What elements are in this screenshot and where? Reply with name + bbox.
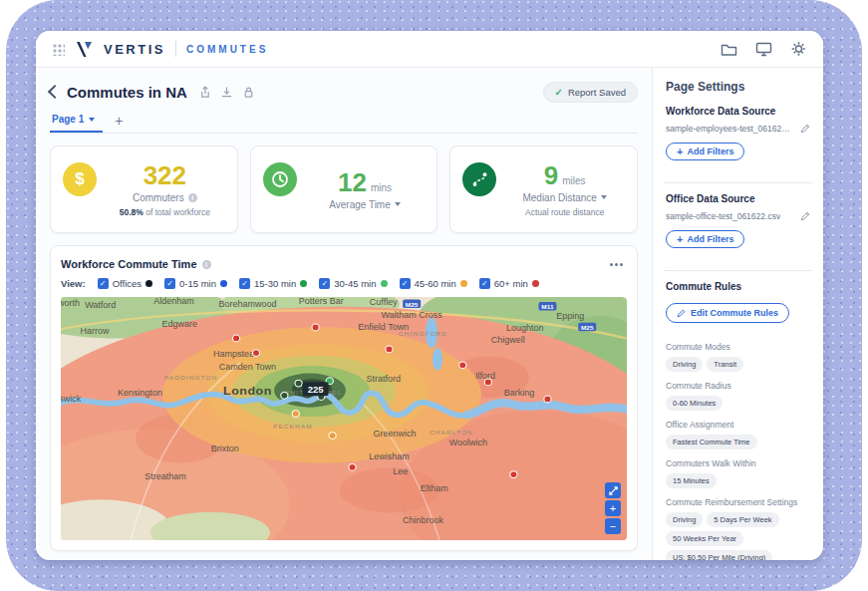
report-title: Commutes in NA: [67, 84, 187, 101]
map-marker-dot[interactable]: [292, 411, 299, 418]
rule-chip: Fastest Commute Time: [666, 435, 757, 449]
commute-heatmap[interactable]: sworthWatfordAldenhamBorehamwoodPotters …: [61, 297, 627, 540]
vertis-logo-icon: [75, 41, 94, 58]
map-marker-dot[interactable]: [386, 346, 393, 353]
edit-pencil-icon[interactable]: [800, 124, 810, 134]
map-marker-dot[interactable]: [232, 335, 239, 342]
tab-page-1[interactable]: Page 1: [50, 110, 103, 133]
map-fullscreen-button[interactable]: [605, 482, 621, 498]
app-launcher-icon[interactable]: [52, 43, 65, 56]
gear-icon[interactable]: [790, 41, 807, 57]
lock-icon[interactable]: [242, 86, 255, 99]
map-place-label: Stratford: [367, 375, 402, 385]
average-time-card: 12 mins Average Time: [250, 146, 438, 233]
map-marker-dot[interactable]: [510, 471, 517, 478]
map-place-label: Greenwich: [374, 430, 417, 440]
rule-chip: 5 Days Per Week: [707, 512, 778, 527]
map-marker-dot[interactable]: [459, 362, 466, 369]
legend-label: 60+ min: [494, 278, 528, 289]
report-saved-badge[interactable]: ✓ Report Saved: [543, 82, 638, 103]
map-place-label: Epping: [556, 311, 584, 321]
download-icon[interactable]: [220, 86, 233, 99]
checkbox-checked-icon[interactable]: ✓: [164, 278, 175, 289]
map-place-label: Barking: [504, 388, 535, 398]
page-tabs: Page 1 +: [50, 110, 638, 134]
map-place-label: Eltham: [421, 483, 448, 493]
map-marker-dot[interactable]: [295, 380, 302, 387]
average-time-dropdown[interactable]: Average Time: [329, 199, 401, 210]
rule-chips: 15 Minutes: [666, 473, 810, 488]
add-page-button[interactable]: +: [103, 114, 135, 133]
report-actions: [198, 86, 255, 99]
back-chevron-icon[interactable]: [48, 85, 62, 99]
rule-group-label: Office Assignment: [666, 420, 810, 430]
report-saved-label: Report Saved: [568, 87, 626, 98]
map-marker-dot[interactable]: [484, 379, 491, 386]
map-marker-dot[interactable]: [281, 392, 288, 399]
rule-group-label: Commute Radius: [666, 381, 810, 391]
chevron-down-icon: [601, 195, 607, 199]
report-header: Commutes in NA ✓ Report Saved: [50, 80, 638, 104]
folder-icon[interactable]: [721, 42, 737, 57]
map-marker-dot[interactable]: [349, 463, 356, 470]
info-icon[interactable]: i: [202, 260, 211, 269]
more-menu-icon[interactable]: [606, 259, 627, 270]
map-zoom-out-button[interactable]: −: [605, 518, 621, 534]
edit-commute-rules-button[interactable]: Edit Commute Rules: [666, 303, 789, 323]
average-time-value: 12: [338, 169, 367, 195]
legend-item-30-45-min[interactable]: ✓30-45 min: [319, 278, 387, 289]
median-distance-unit: miles: [562, 176, 585, 186]
commute-rules-groups: Commute ModesDrivingTransitCommute Radiu…: [666, 342, 810, 560]
workforce-file-row: sample-employees-test_061622.csv: [666, 124, 810, 134]
divider: [175, 41, 176, 57]
workforce-commute-time-card: Workforce Commute Time i View: ✓Offices✓…: [50, 245, 638, 551]
map-marker-dot[interactable]: [252, 350, 259, 357]
rule-chip: 15 Minutes: [666, 473, 717, 488]
edit-pencil-icon[interactable]: [800, 211, 810, 221]
map-place-label: hiswick: [61, 394, 82, 404]
info-icon[interactable]: i: [188, 193, 197, 202]
legend-item-15-30-min[interactable]: ✓15-30 min: [239, 278, 307, 289]
checkbox-checked-icon[interactable]: ✓: [98, 278, 109, 289]
checkbox-checked-icon[interactable]: ✓: [319, 278, 330, 289]
commuters-card: $ 322 Commuters i 50.8% of total workfor…: [50, 146, 238, 233]
map-place-label: Woolwich: [449, 438, 487, 447]
median-distance-dropdown[interactable]: Median Distance: [522, 192, 606, 203]
map-place-label: Chinbrook: [403, 515, 444, 525]
svg-text:M25: M25: [406, 301, 419, 308]
map-marker-dot[interactable]: [544, 396, 551, 403]
rule-group-label: Commuters Walk Within: [666, 458, 810, 468]
top-navigation-bar: VERTIS COMMUTES: [36, 31, 823, 68]
office-add-filters-button[interactable]: + Add Filters: [666, 230, 744, 248]
office-file-name: sample-office-test_061622.csv: [666, 211, 780, 221]
checkbox-checked-icon[interactable]: ✓: [479, 278, 490, 289]
map-legend-row: View: ✓Offices✓0-15 min✓15-30 min✓30-45 …: [61, 278, 627, 289]
legend-label: 0-15 min: [179, 278, 216, 289]
legend-item-offices[interactable]: ✓Offices: [98, 278, 152, 289]
legend-item-45-60-min[interactable]: ✓45-60 min: [400, 278, 467, 289]
map-zoom-in-button[interactable]: +: [605, 500, 621, 516]
map-marker-dot[interactable]: [329, 433, 336, 440]
rule-chips: DrivingTransit: [666, 357, 810, 372]
legend-item-0-15-min[interactable]: ✓0-15 min: [164, 278, 227, 289]
legend-item-60-min[interactable]: ✓60+ min: [479, 278, 539, 289]
chevron-down-icon: [395, 202, 401, 206]
view-label: View:: [61, 278, 86, 289]
map-place-label: Camden Town: [219, 362, 276, 372]
average-time-unit: mins: [371, 183, 392, 193]
map-marker-dot[interactable]: [312, 324, 319, 331]
tab-label: Page 1: [52, 114, 84, 125]
svg-text:M25: M25: [581, 324, 594, 331]
monitor-icon[interactable]: [755, 42, 772, 57]
rule-chip: 0-60 Minutes: [666, 396, 723, 411]
share-icon[interactable]: [198, 86, 211, 99]
map-place-label: Harrow: [81, 326, 111, 336]
svg-text:M11: M11: [541, 303, 554, 310]
map-place-label: London: [223, 384, 272, 398]
workforce-add-filters-button[interactable]: + Add Filters: [666, 143, 744, 160]
commuters-value: 322: [144, 162, 186, 188]
checkbox-checked-icon[interactable]: ✓: [400, 278, 411, 289]
checkbox-checked-icon[interactable]: ✓: [239, 278, 250, 289]
app-name: COMMUTES: [186, 44, 268, 55]
main-content: Commutes in NA ✓ Report Saved: [36, 68, 652, 560]
